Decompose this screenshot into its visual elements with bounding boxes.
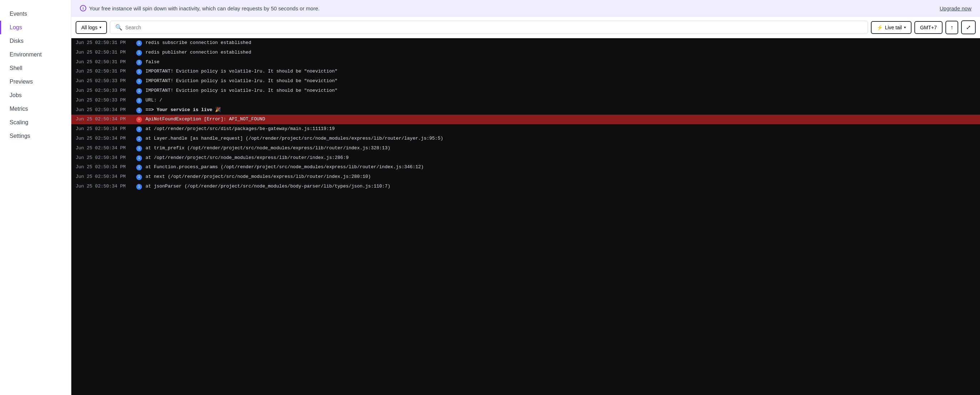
sidebar-item-jobs[interactable]: Jobs: [0, 89, 71, 102]
log-timestamp: Jun 25 02:50:34 PM: [76, 173, 133, 181]
sidebar-item-shell[interactable]: Shell: [0, 61, 71, 75]
sidebar-item-environment[interactable]: Environment: [0, 48, 71, 61]
log-row: Jun 25 02:50:34 PM✕ApiNotFoundException …: [71, 115, 980, 124]
log-timestamp: Jun 25 02:50:31 PM: [76, 68, 133, 75]
info-icon: i: [136, 88, 142, 94]
live-tail-chevron-icon: ▾: [904, 26, 906, 29]
error-icon: ✕: [136, 117, 142, 123]
info-icon: i: [136, 184, 142, 190]
search-icon: 🔍: [115, 24, 123, 31]
log-message: redis publisher connection established: [145, 49, 976, 56]
info-icon: i: [136, 60, 142, 66]
log-timestamp: Jun 25 02:50:31 PM: [76, 49, 133, 56]
expand-button[interactable]: ⤢: [961, 20, 976, 34]
log-timestamp: Jun 25 02:50:34 PM: [76, 135, 133, 142]
search-input[interactable]: [125, 25, 863, 30]
log-message: at Function.process_params (/opt/render/…: [145, 163, 976, 171]
log-timestamp: Jun 25 02:50:34 PM: [76, 116, 133, 123]
log-message: redis subscribe connection established: [145, 39, 976, 47]
log-timestamp: Jun 25 02:50:34 PM: [76, 125, 133, 133]
upload-button[interactable]: ↑: [945, 21, 958, 34]
log-row: Jun 25 02:50:34 PMi at Function.process_…: [71, 163, 980, 172]
upload-icon: ↑: [950, 24, 953, 31]
sidebar-item-disks[interactable]: Disks: [0, 34, 71, 48]
info-icon: i: [136, 126, 142, 132]
log-row: Jun 25 02:50:31 PMiredis subscribe conne…: [71, 38, 980, 48]
log-message: false: [145, 59, 976, 66]
sidebar-item-settings[interactable]: Settings: [0, 129, 71, 143]
log-message: ==> Your service is live 🎉: [145, 106, 976, 114]
log-timestamp: Jun 25 02:50:34 PM: [76, 106, 133, 114]
log-timestamp: Jun 25 02:50:34 PM: [76, 183, 133, 190]
log-timestamp: Jun 25 02:50:33 PM: [76, 77, 133, 85]
info-icon: i: [136, 146, 142, 152]
sidebar-item-previews[interactable]: Previews: [0, 75, 71, 89]
banner-message: i Your free instance will spin down with…: [80, 5, 320, 11]
log-message: at next (/opt/render/project/src/node_mo…: [145, 173, 976, 181]
expand-icon: ⤢: [966, 24, 971, 31]
sidebar-item-metrics[interactable]: Metrics: [0, 102, 71, 116]
log-message: at /opt/render/project/src/node_modules/…: [145, 154, 976, 162]
timezone-button[interactable]: GMT+7: [915, 21, 943, 34]
log-row: Jun 25 02:50:34 PMi at Layer.handle [as …: [71, 134, 980, 144]
info-icon: i: [136, 40, 142, 46]
log-message: IMPORTANT! Eviction policy is volatile-l…: [145, 68, 976, 75]
log-message: at jsonParser (/opt/render/project/src/n…: [145, 183, 976, 190]
log-timestamp: Jun 25 02:50:34 PM: [76, 154, 133, 162]
log-row: Jun 25 02:50:33 PMiIMPORTANT! Eviction p…: [71, 86, 980, 96]
main-content: i Your free instance will spin down with…: [71, 0, 980, 395]
log-row: Jun 25 02:50:33 PMiIMPORTANT! Eviction p…: [71, 77, 980, 86]
upgrade-now-link[interactable]: Upgrade now: [940, 5, 972, 11]
info-icon: i: [80, 5, 86, 11]
logs-toolbar: All logs ▾ 🔍 ⚡ Live tail ▾ GMT+7 ↑ ⤢: [71, 17, 980, 38]
banner-text: Your free instance will spin down with i…: [89, 5, 320, 11]
log-row: Jun 25 02:50:34 PMi at next (/opt/render…: [71, 172, 980, 182]
log-message: URL: /: [145, 97, 976, 104]
log-timestamp: Jun 25 02:50:31 PM: [76, 39, 133, 47]
info-icon: i: [136, 165, 142, 170]
chevron-down-icon: ▾: [100, 26, 101, 29]
sidebar-item-scaling[interactable]: Scaling: [0, 116, 71, 129]
log-timestamp: Jun 25 02:50:31 PM: [76, 59, 133, 66]
sidebar: EventsLogsDisksEnvironmentShellPreviewsJ…: [0, 0, 71, 395]
info-icon: i: [136, 136, 142, 142]
sidebar-item-events[interactable]: Events: [0, 7, 71, 21]
log-row: Jun 25 02:50:31 PMifalse: [71, 58, 980, 67]
log-timestamp: Jun 25 02:50:33 PM: [76, 87, 133, 94]
log-message: IMPORTANT! Eviction policy is volatile-l…: [145, 87, 976, 94]
log-area[interactable]: Jun 25 02:50:31 PMiredis subscribe conne…: [71, 38, 980, 395]
info-icon: i: [136, 78, 142, 84]
log-message: ApiNotFoundException [Error]: API_NOT_FO…: [145, 116, 976, 123]
log-timestamp: Jun 25 02:50:33 PM: [76, 97, 133, 104]
log-row: Jun 25 02:50:34 PMi at /opt/render/proje…: [71, 153, 980, 163]
log-row: Jun 25 02:50:34 PMi at jsonParser (/opt/…: [71, 182, 980, 192]
info-icon: i: [136, 69, 142, 75]
info-icon: i: [136, 174, 142, 180]
all-logs-label: All logs: [81, 25, 97, 30]
log-row: Jun 25 02:50:34 PMi at /opt/render/proje…: [71, 124, 980, 134]
log-message: at trim_prefix (/opt/render/project/src/…: [145, 145, 976, 152]
log-message: IMPORTANT! Eviction policy is volatile-l…: [145, 77, 976, 85]
live-tail-label: Live tail: [885, 25, 902, 30]
info-icon: i: [136, 98, 142, 104]
log-row: Jun 25 02:50:31 PMiredis publisher conne…: [71, 48, 980, 58]
sidebar-item-logs[interactable]: Logs: [0, 21, 71, 34]
log-timestamp: Jun 25 02:50:34 PM: [76, 163, 133, 171]
bolt-icon: ⚡: [877, 25, 883, 30]
upgrade-banner: i Your free instance will spin down with…: [71, 0, 980, 17]
log-timestamp: Jun 25 02:50:34 PM: [76, 145, 133, 152]
log-row: Jun 25 02:50:34 PMi==> Your service is l…: [71, 106, 980, 115]
all-logs-button[interactable]: All logs ▾: [76, 21, 107, 34]
info-icon: i: [136, 107, 142, 113]
live-tail-button[interactable]: ⚡ Live tail ▾: [871, 21, 911, 34]
log-row: Jun 25 02:50:33 PMiURL: /: [71, 96, 980, 106]
info-icon: i: [136, 50, 142, 56]
search-container: 🔍: [110, 21, 868, 34]
log-row: Jun 25 02:50:31 PMiIMPORTANT! Eviction p…: [71, 67, 980, 77]
info-icon: i: [136, 155, 142, 161]
log-message: at Layer.handle [as handle_request] (/op…: [145, 135, 976, 142]
log-message: at /opt/render/project/src/dist/packages…: [145, 125, 976, 133]
log-row: Jun 25 02:50:34 PMi at trim_prefix (/opt…: [71, 144, 980, 153]
